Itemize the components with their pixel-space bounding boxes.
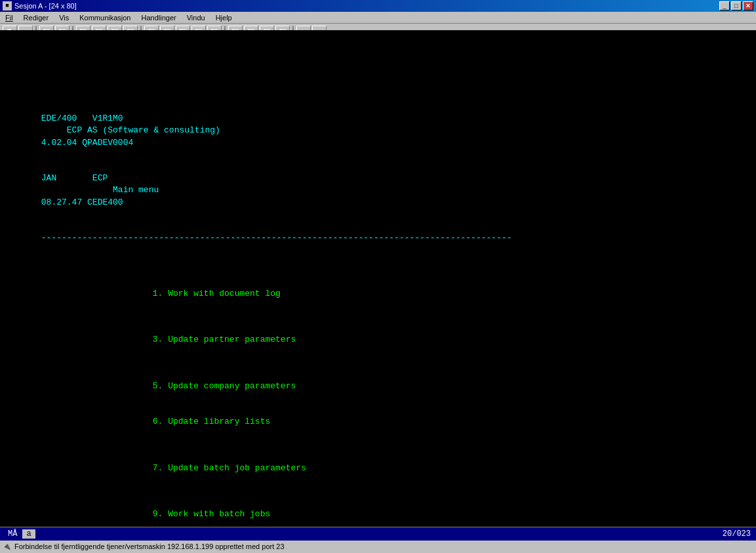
status-left: MÅ a xyxy=(5,529,35,539)
close-button[interactable]: ✕ xyxy=(743,1,753,10)
titlebar-buttons: _ □ ✕ xyxy=(719,1,753,10)
status-connection-text: Forbindelse til fjerntliggende tjener/ve… xyxy=(14,543,285,550)
menu-hjelp[interactable]: Hjelp xyxy=(213,13,235,22)
separator-line: ----------------------------------------… xyxy=(41,233,512,243)
header-version: 4.02.04 QPADEV0004 xyxy=(41,138,133,148)
titlebar-icon: ■ xyxy=(3,1,12,10)
menu-item-5: 5. Update company parameters xyxy=(10,369,746,405)
menu-vis[interactable]: Vis xyxy=(56,13,71,22)
header-line2: JAN ECP Main menu 08.27.47 CEDE400 xyxy=(10,161,746,220)
menubar: Fil Rediger Vis Kommunikasjon Handlinger… xyxy=(0,12,756,24)
header-mainmenu: Main menu xyxy=(41,185,261,195)
menu-rediger[interactable]: Rediger xyxy=(21,13,52,22)
titlebar: ■ Sesjon A - [24 x 80] _ □ ✕ xyxy=(0,0,756,12)
header-company: ECP AS (Software & consulting) xyxy=(41,125,251,135)
maximize-button[interactable]: □ xyxy=(731,1,742,10)
minimize-button[interactable]: _ xyxy=(719,1,730,10)
status-a-indicator: a xyxy=(22,529,35,539)
header-line1: EDE/400 V1R1M0 ECP AS (Software & consul… xyxy=(10,101,746,161)
header-ede400: EDE/400 V1R1M0 xyxy=(41,113,123,123)
header-jan: JAN ECP xyxy=(41,173,108,183)
statusbar-top: MÅ a 20/023 xyxy=(0,527,756,541)
menu-handlinger[interactable]: Handlinger xyxy=(139,13,179,22)
status-page: 20/023 xyxy=(723,529,751,539)
menu-item-9: 9. Work with batch jobs xyxy=(10,497,746,527)
menu-fil[interactable]: Fil xyxy=(3,13,16,22)
menu-vindu[interactable]: Vindu xyxy=(184,13,208,22)
menu-item-3: 3. Update partner parameters xyxy=(10,322,746,358)
menu-item-1: 1. Work with document log xyxy=(10,276,746,312)
menu-kommunikasjon[interactable]: Kommunikasjon xyxy=(77,13,133,22)
titlebar-title: Sesjon A - [24 x 80] xyxy=(14,2,77,10)
statusbar-bottom: 🔌 Forbindelse til fjerntliggende tjener/… xyxy=(0,541,756,554)
status-icon: 🔌 xyxy=(3,543,10,550)
statusbar: MÅ a 20/023 🔌 Forbindelse til fjerntligg… xyxy=(0,527,756,553)
header-separator: ----------------------------------------… xyxy=(10,220,746,256)
terminal: EDE/400 V1R1M0 ECP AS (Software & consul… xyxy=(0,30,756,527)
term-header: EDE/400 V1R1M0 ECP AS (Software & consul… xyxy=(10,101,746,256)
titlebar-left: ■ Sesjon A - [24 x 80] xyxy=(3,1,77,10)
status-maa-indicator: MÅ xyxy=(5,529,20,539)
header-time: 08.27.47 CEDE400 xyxy=(41,197,123,207)
menu-item-6: 6. Update library lists xyxy=(10,404,746,440)
menu-section: 1. Work with document log 3. Update part… xyxy=(10,276,746,527)
menu-item-7: 7. Update batch job parameters xyxy=(10,451,746,487)
